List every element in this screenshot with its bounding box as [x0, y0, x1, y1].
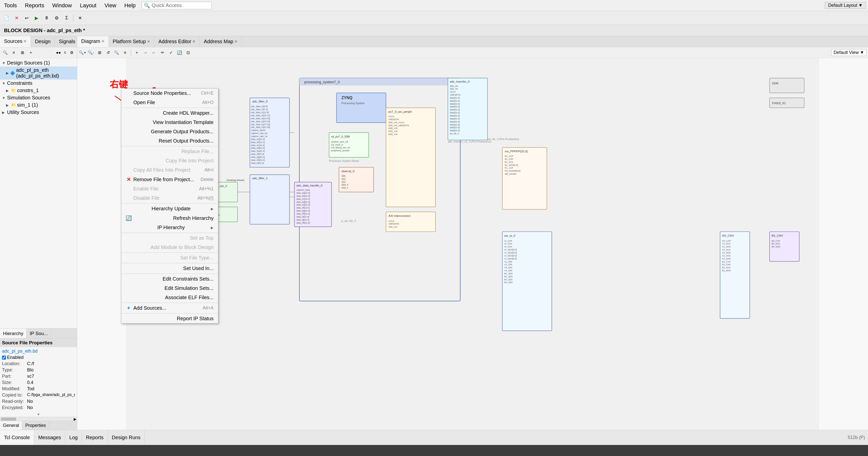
bottom-tab-reports-label: Reports [86, 435, 103, 440]
tree-icon-bd: 🔷 [10, 71, 15, 76]
bottom-tab-design-runs[interactable]: Design Runs [108, 430, 145, 445]
diagram-canvas[interactable]: processing_system7_0 ZYNQ Processing Sys… [77, 58, 868, 430]
ctx-disable-file[interactable]: Disable File Alt+%{!} [121, 194, 218, 203]
ctx-edit-sim[interactable]: Edit Simulation Sets... [121, 284, 218, 293]
ctx-add-module-bd[interactable]: Add Module to Block Design [121, 243, 218, 252]
props-hscroll[interactable]: ▶ [0, 417, 77, 421]
default-layout-badge[interactable]: Default Layout ▼ [825, 2, 866, 9]
ctx-open-file[interactable]: Open File Alt+O [121, 98, 218, 107]
sources-search-btn[interactable]: 🔍 [1, 49, 9, 56]
toolbar-close-btn[interactable]: ✕ [12, 13, 21, 23]
tab-hierarchy[interactable]: Hierarchy [0, 329, 27, 338]
ctx-set-as-top[interactable]: Set as Top [121, 233, 218, 243]
ctx-copy-file[interactable]: Copy File Into Project [121, 156, 218, 165]
ctx-reset-output[interactable]: Reset Output Products... [121, 136, 218, 146]
tab-platform-setup-close[interactable]: ✕ [147, 39, 150, 44]
toolbar-undo-btn[interactable]: ↩ [22, 13, 31, 23]
ctx-disable-file-label: Disable File [133, 195, 159, 201]
toolbar-pause-btn[interactable]: ⏸ [42, 13, 51, 23]
tree-utility-sources[interactable]: ▶ Utility Sources [0, 109, 77, 116]
ctx-edit-constraints[interactable]: Edit Constraints Sets... [121, 274, 218, 284]
menu-window[interactable]: Window [50, 1, 74, 10]
tab-design[interactable]: Design [31, 36, 55, 47]
tree-sim-sources[interactable]: ▼ Simulation Sources [0, 94, 77, 102]
toolbar-settings-btn[interactable]: ⚙ [52, 13, 61, 23]
tree-constraints[interactable]: ▼ Constraints [0, 80, 77, 87]
tree-arrow-sim: ▼ [2, 96, 6, 100]
diag-list-btn[interactable]: ≡ [121, 49, 129, 56]
prop-tab-properties[interactable]: Properties [22, 421, 49, 430]
tab-signals[interactable]: Signals [55, 36, 80, 47]
ctx-remove-file[interactable]: ✕ Remove File from Project... Delete [121, 175, 218, 184]
prop-tab-general[interactable]: General [0, 421, 22, 430]
toolbar-new-btn[interactable]: 📄 [2, 13, 11, 23]
diag-forward-btn[interactable]: → [142, 49, 149, 56]
menu-help[interactable]: Help [122, 1, 137, 10]
tab-diagram-close[interactable]: ✕ [101, 39, 104, 44]
tab-address-map-close[interactable]: ✕ [235, 39, 238, 44]
properties-scroll[interactable]: ▼ [0, 412, 77, 417]
tab-platform-setup[interactable]: Platform Setup ✕ [109, 36, 154, 47]
menu-tools[interactable]: Tools [2, 1, 19, 10]
diag-add-btn[interactable]: + [133, 49, 141, 56]
diag-zoom-area-btn[interactable]: 🔍 [113, 49, 120, 56]
ctx-replace-file[interactable]: Replace File... [121, 147, 218, 156]
tree-design-sources[interactable]: ▼ Design Sources (1) [0, 59, 77, 66]
tab-address-editor-close[interactable]: ✕ [192, 39, 195, 44]
tab-diagram[interactable]: Diagram ✕ [77, 36, 109, 47]
diag-validate-btn[interactable]: ✓ [167, 49, 175, 56]
ctx-set-file-type[interactable]: Set File Type... [121, 253, 218, 262]
diag-edit-btn[interactable]: ✏ [159, 49, 166, 56]
ctx-view-inst[interactable]: View Instantiation Template [121, 118, 218, 127]
sources-add-btn[interactable]: + [27, 49, 35, 56]
ctx-hierarchy-update[interactable]: Hierarchy Update [121, 204, 218, 213]
tab-address-map[interactable]: Address Map ✕ [200, 36, 242, 47]
bottom-tab-messages[interactable]: Messages [34, 430, 65, 445]
sources-expand-btn[interactable]: ⊞ [19, 49, 26, 56]
tab-sources[interactable]: Sources ✕ [0, 36, 31, 47]
ctx-source-node-props[interactable]: Source Node Properties... Ctrl+E [121, 89, 218, 98]
diag-refresh-btn[interactable]: 🔄 [176, 49, 183, 56]
ctx-enable-file[interactable]: Enable File Alt+%1 [121, 184, 218, 194]
bottom-tab-reports[interactable]: Reports [82, 430, 108, 445]
sources-toggle-btn[interactable]: ●● [55, 49, 62, 56]
ctx-ip-hierarchy[interactable]: IP Hierarchy [121, 223, 218, 232]
ctx-gen-output[interactable]: Generate Output Products... [121, 127, 218, 136]
ctx-remove-file-shortcut: Delete [200, 177, 214, 182]
ctx-assoc-elf[interactable]: Associate ELF Files... [121, 293, 218, 302]
bottom-tab-tcl[interactable]: Tcl Console [0, 430, 34, 445]
sources-collapse-btn[interactable]: ≡ [10, 49, 18, 56]
menu-reports[interactable]: Reports [23, 1, 46, 10]
diag-zoom-out-btn[interactable]: 🔍- [87, 49, 95, 56]
tree-container[interactable]: ▼ Design Sources (1) ▶ 🔷 adc_pl_ps_eth (… [0, 58, 77, 328]
diag-autoconnect-btn[interactable]: ⊡ [184, 49, 192, 56]
diag-zoom-in-btn[interactable]: 🔍+ [79, 49, 86, 56]
tree-constrs-1[interactable]: ▶ 📁 constrs_1 [0, 87, 77, 94]
hscroll-thumb[interactable] [1, 418, 16, 421]
ctx-refresh-hierarchy[interactable]: 🔄 Refresh Hierarchy [121, 213, 218, 223]
menu-view[interactable]: View [102, 1, 118, 10]
tab-sources-close[interactable]: ✕ [23, 39, 27, 44]
toolbar-extra-btn[interactable]: ✕ [75, 13, 85, 23]
ctx-copy-all-files[interactable]: Copy All Files Into Project Alt+I [121, 165, 218, 175]
ctx-add-sources[interactable]: + Add Sources... Alt+A [121, 304, 218, 313]
toolbar-sum-btn[interactable]: Σ [62, 13, 71, 23]
diag-backward-btn[interactable]: ← [150, 49, 158, 56]
prop-enabled-checkbox[interactable] [2, 355, 6, 360]
ctx-report-ip-status-label: Report IP Status [177, 316, 214, 321]
diag-fit-btn[interactable]: ⊞ [96, 49, 103, 56]
quick-access-input-container[interactable]: 🔍 Quick Access [142, 2, 212, 9]
tree-adc-pl-ps-eth[interactable]: ▶ 🔷 adc_pl_ps_eth (adc_pl_ps_eth.bd) [0, 66, 77, 80]
ctx-report-ip-status[interactable]: Report IP Status [121, 314, 218, 323]
toolbar-run-btn[interactable]: ▶ [32, 13, 41, 23]
ctx-set-used-in[interactable]: Set Used In... [121, 264, 218, 273]
tab-ip-sources[interactable]: IP Sou... [27, 329, 51, 338]
diag-rotate-btn[interactable]: ↺ [104, 49, 112, 56]
tree-sim1[interactable]: ▶ 📁 sim_1 (1) [0, 102, 77, 109]
bottom-tab-log[interactable]: Log [65, 430, 82, 445]
ctx-create-hdl[interactable]: Create HDL Wrapper... [121, 108, 218, 118]
menu-layout[interactable]: Layout [78, 1, 98, 10]
tab-address-editor[interactable]: Address Editor ✕ [154, 36, 200, 47]
sources-gear-btn[interactable]: ⚙ [68, 49, 75, 56]
view-select[interactable]: Default View ▼ [831, 49, 867, 56]
